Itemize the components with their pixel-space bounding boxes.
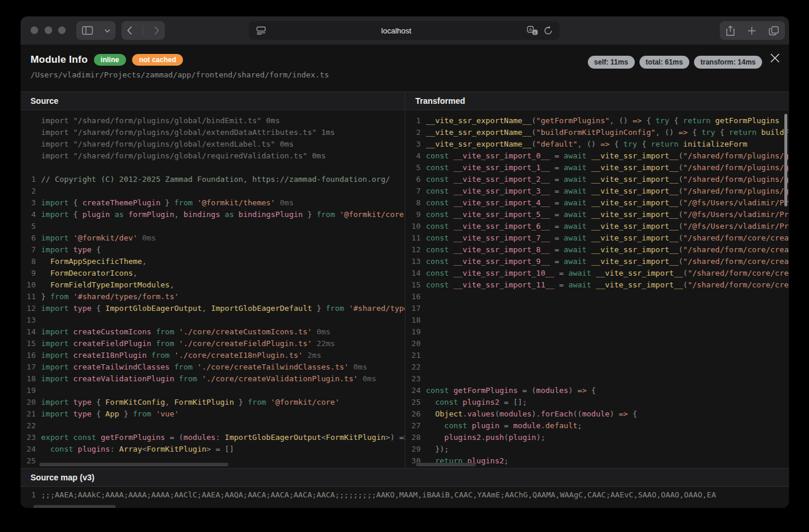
sidebar-toggle-button[interactable] [76,21,116,40]
code-line: 5const __vite_ssr_import_1__ = await __v… [405,162,789,174]
code-line: 17import createTailwindClasses from './c… [21,361,405,373]
traffic-light-close[interactable] [31,26,38,34]
code-line: 15import createFieldPlugin from './core/… [21,338,405,350]
code-line: 2 [21,185,405,197]
code-line: 17 [405,303,789,314]
translate-icon[interactable]: A x [527,26,538,35]
code-line: 18 [405,314,789,326]
line-number: 24 [21,443,36,455]
line-number [21,138,36,150]
close-icon[interactable] [769,52,781,65]
url-text: localhost [266,26,527,35]
code-line: 16 [405,291,789,303]
code-line: 23 [405,373,789,385]
code-line: 13const __vite_ssr_import_9__ = await __… [405,256,789,267]
code-line: 12const __vite_ssr_import_8__ = await __… [405,244,789,256]
module-info-header: Module Info inlinenot cached /Users/vlad… [21,45,789,92]
line-number: 5 [21,221,36,232]
code-line: 24 const plugins: Array<FormKitPlugin> =… [21,443,405,455]
address-bar[interactable]: localhost A x [249,21,560,40]
panel-headers: Source Transformed [21,92,789,110]
forward-icon[interactable] [154,26,160,35]
timing-badge: self: 11ms [588,56,635,69]
line-number: 21 [405,350,421,361]
line-number: 23 [21,432,36,443]
status-badge: inline [94,54,126,66]
line-number: 22 [21,420,36,432]
line-number: 10 [21,279,36,291]
line-number: 6 [405,174,421,185]
line-number: 1 [21,489,36,501]
line-number: 15 [405,279,421,291]
code-line: 19 [405,326,789,338]
code-line: 14import createCustomIcons from './core/… [21,326,405,338]
line-number: 13 [21,314,36,326]
code-line: 20import type { FormKitConfig, FormKitPl… [21,397,405,408]
line-number: 6 [21,232,36,244]
code-line: 29 }); [405,443,789,455]
share-icon[interactable] [726,25,735,36]
line-number: 19 [405,326,421,338]
source-code: 1// Copyright (C) 2012-2025 Zammad Found… [21,174,405,467]
code-line: import "/shared/form/plugins/global/requ… [21,150,405,162]
traffic-light-zoom[interactable] [58,26,66,34]
line-number: 3 [405,138,421,150]
sourcemap-horizontal-scrollbar[interactable] [33,505,116,508]
line-number: 15 [21,338,36,350]
line-number: 27 [405,420,421,432]
code-line: 5 [21,221,405,232]
line-number: 11 [21,291,36,303]
nav-divider [143,25,143,36]
code-line: 10const __vite_ssr_import_6__ = await __… [405,221,789,232]
sourcemap-code: 1;;;AAEA;AAAkC;AAAA;AAAA;AAAA;AAClC;AAEA… [21,489,789,501]
line-number: 2 [21,185,36,197]
code-line: 9const __vite_ssr_import_5__ = await __v… [405,209,789,221]
source-code-panel: import "/shared/form/plugins/global/bind… [21,110,405,468]
line-number: 25 [21,455,36,467]
line-number: 10 [405,221,421,232]
reader-icon[interactable] [256,26,266,35]
line-number: 20 [405,338,421,350]
line-number: 16 [21,350,36,361]
line-number: 4 [405,150,421,162]
source-panel-title: Source [21,92,405,110]
traffic-light-minimize[interactable] [45,26,52,34]
code-line: 24const getFormPlugins = (modules) => { [405,385,789,397]
tabs-overview-icon[interactable] [769,26,779,36]
timing-badge: total: 61ms [639,56,689,69]
code-line: 1;;;AAEA;AAAkC;AAAA;AAAA;AAAA;AAClC;AAEA… [21,489,789,501]
code-line: 22 [21,420,405,432]
timing-badges: self: 11mstotal: 61mstransform: 14ms [588,56,762,69]
code-line: 21import type { App } from 'vue' [21,408,405,420]
plus-icon[interactable] [747,26,756,35]
code-line: 4const __vite_ssr_import_0__ = await __v… [405,150,789,162]
line-number: 19 [21,385,36,397]
transformed-code: 1__vite_ssr_exportName__("getFormPlugins… [405,115,789,467]
module-file-path: /Users/vladimir/Projects/zammad/app/fron… [31,70,789,79]
line-number: 16 [405,291,421,303]
line-number: 23 [405,373,421,385]
toolbar-right-buttons [720,21,785,40]
code-line: 18import createValidationPlugin from './… [21,373,405,385]
code-line: 4import { plugin as formPlugin, bindings… [21,209,405,221]
timing-badge: transform: 14ms [694,56,762,69]
source-preamble-imports: import "/shared/form/plugins/global/bind… [21,115,405,174]
code-line: 8 FormAppSpecificTheme, [21,256,405,267]
back-icon[interactable] [127,26,133,35]
line-number: 29 [405,443,421,455]
code-line: import "/shared/form/plugins/global/exte… [21,127,405,138]
line-number: 2 [405,127,421,138]
transformed-vertical-scrollbar[interactable] [784,114,787,206]
reload-icon[interactable] [544,26,553,35]
line-number: 8 [21,256,36,267]
line-number: 24 [405,385,421,397]
code-line: 13 [21,314,405,326]
code-line: 3import { createThemePlugin } from '@for… [21,197,405,209]
line-number: 7 [21,244,36,256]
line-number: 12 [21,303,36,314]
transformed-horizontal-scrollbar[interactable] [416,463,476,466]
code-line: 21 [405,350,789,361]
code-line: 12import type { ImportGlobEagerOutput, I… [21,303,405,314]
source-horizontal-scrollbar[interactable] [39,463,228,466]
code-line: 23export const getFormPlugins = (modules… [21,432,405,443]
